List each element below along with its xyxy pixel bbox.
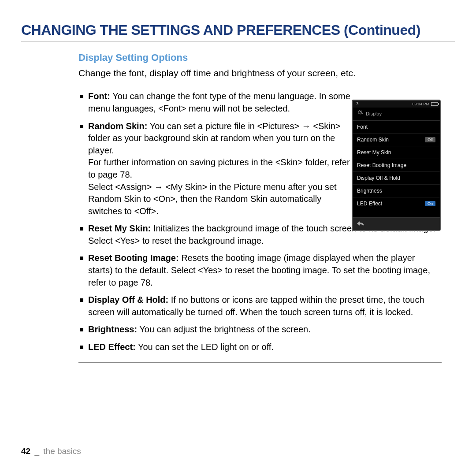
device-item-label: Brightness (357, 188, 382, 194)
device-screenshot: 09:04 PM Display Font Random Skin Off Re… (352, 100, 441, 231)
list-item: Reset Booting Image: Resets the booting … (78, 252, 442, 289)
bullet-label: Font: (88, 91, 110, 101)
section-intro: Change the font, display off time and br… (78, 67, 442, 79)
bullet-list: Reset My Skin: Initializes the backgroun… (78, 223, 442, 353)
list-item: Random Skin: You can set a picture file … (78, 120, 356, 218)
list-item: LED Effect: You can set the LED light on… (78, 341, 442, 353)
device-menu-item[interactable]: Font (353, 121, 440, 134)
device-item-label: Display Off & Hold (357, 175, 400, 181)
device-statusbar: 09:04 PM (353, 100, 440, 108)
device-menu-item[interactable]: Reset My Skin (353, 146, 440, 159)
section-title: Display Setting Options (78, 52, 442, 63)
device-menu-item[interactable]: Random Skin Off (353, 134, 440, 146)
device-item-label: LED Effect (357, 201, 382, 207)
device-header-label: Display (366, 111, 382, 116)
device-footer (353, 217, 440, 230)
back-icon[interactable] (357, 221, 364, 227)
bullet-label: Reset Booting Image: (88, 253, 179, 263)
toggle-badge[interactable]: Off (425, 137, 435, 142)
gear-icon (356, 109, 363, 118)
manual-page: CHANGING THE SETTINGS AND PREFERENCES (C… (0, 0, 476, 476)
device-item-label: Reset My Skin (357, 149, 391, 156)
bullet-label: LED Effect: (88, 342, 136, 352)
bullet-text: You can set the LED light on or off. (136, 342, 274, 352)
device-menu-item[interactable]: Display Off & Hold (353, 172, 440, 185)
battery-icon (431, 102, 438, 106)
list-item: Display Off & Hold: If no buttons or ico… (78, 294, 442, 318)
list-item: Brightness: You can adjust the brightnes… (78, 324, 442, 336)
device-menu-item[interactable]: Brightness (353, 185, 440, 197)
device-menu-item[interactable]: LED Effect On (353, 197, 440, 210)
footer-separator: _ (34, 446, 39, 456)
page-footer: 42 _ the basics (21, 446, 81, 456)
bullet-label: Reset My Skin: (88, 223, 151, 233)
device-time: 09:04 PM (412, 102, 429, 106)
toggle-badge[interactable]: On (425, 201, 435, 206)
list-item: Font: You can change the font type of th… (78, 90, 356, 115)
bullet-list: Font: You can change the font type of th… (78, 90, 356, 217)
bullet-label: Brightness: (88, 324, 137, 334)
bullet-text: You can change the font type of the menu… (88, 91, 350, 113)
device-menu-item[interactable]: Reset Booting Image (353, 159, 440, 172)
device-menu: Font Random Skin Off Reset My Skin Reset… (353, 121, 440, 210)
device-item-label: Reset Booting Image (357, 162, 406, 168)
page-number: 42 (21, 446, 30, 456)
page-title: CHANGING THE SETTINGS AND PREFERENCES (C… (21, 22, 455, 41)
bullet-label: Random Skin: (88, 121, 147, 131)
bullet-text: You can set a picture file in <Pictures>… (88, 121, 350, 216)
device-item-label: Font (357, 124, 368, 130)
bullet-text: You can adjust the brightness of the scr… (137, 324, 311, 334)
bullet-label: Display Off & Hold: (88, 295, 168, 305)
gear-icon (354, 101, 359, 107)
device-item-label: Random Skin (357, 137, 389, 143)
divider (78, 84, 442, 84)
device-header: Display (353, 108, 440, 121)
footer-section: the basics (43, 446, 81, 456)
divider (78, 362, 442, 363)
